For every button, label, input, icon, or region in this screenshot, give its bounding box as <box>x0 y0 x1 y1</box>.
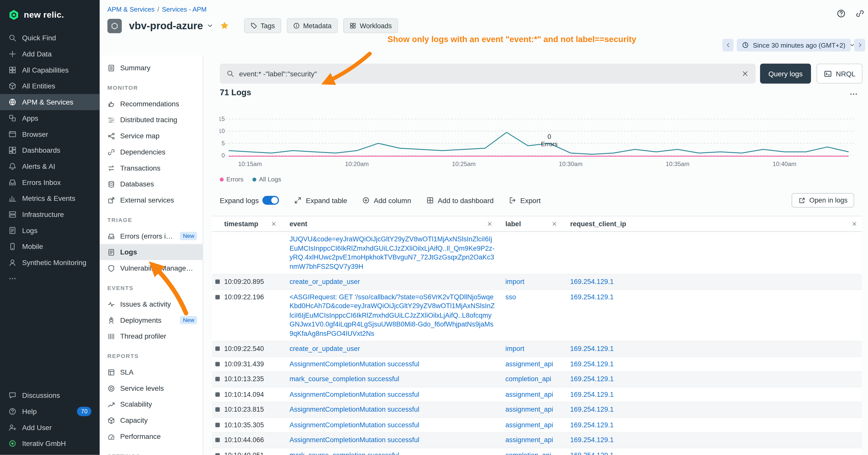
remove-column-request-client-ip-icon[interactable] <box>851 221 858 227</box>
legend-item-errors[interactable]: Errors <box>220 176 244 183</box>
query-logs-button[interactable]: Query logs <box>760 64 811 84</box>
log-table-row[interactable]: 10:09:31.439AssignmentCompletionMutation… <box>212 357 862 372</box>
time-back-button[interactable] <box>722 39 734 52</box>
log-table-row[interactable]: 10:10:44.066AssignmentCompletionMutation… <box>212 433 862 448</box>
sidebar-footer-item-discussions[interactable]: Discussions <box>0 388 99 403</box>
row-checkbox[interactable] <box>215 347 220 351</box>
service-nav-item-sla[interactable]: SLA <box>99 364 203 380</box>
cell-label-link[interactable]: assignment_api <box>505 436 553 444</box>
remove-column-label-icon[interactable] <box>552 221 558 227</box>
row-checkbox[interactable] <box>215 437 220 442</box>
log-query-input[interactable] <box>239 69 736 78</box>
cell-request-client-ip-link[interactable]: 169.254.129.1 <box>570 451 614 455</box>
sidebar-item-errors-inbox[interactable]: Errors Inbox <box>0 174 99 191</box>
cell-label-link[interactable]: assignment_api <box>505 405 553 414</box>
sidebar-item-apps[interactable]: Apps <box>0 110 99 126</box>
service-nav-item-issues-activity[interactable]: Issues & activity <box>99 296 203 312</box>
cell-label-link[interactable]: import <box>505 345 524 353</box>
row-checkbox[interactable] <box>215 377 220 382</box>
export-button[interactable]: Export <box>508 196 540 204</box>
service-nav-item-service-levels[interactable]: Service levels <box>99 380 203 396</box>
remove-column-event-icon[interactable] <box>487 221 493 227</box>
sidebar-item-quick-find[interactable]: Quick Find <box>0 30 99 46</box>
cell-request-client-ip-link[interactable]: 169.254.129.1 <box>570 405 614 414</box>
sidebar-footer-item-iterativ-gmbh[interactable]: Iterativ GmbH <box>0 435 99 452</box>
cell-request-client-ip-link[interactable]: 169.254.129.1 <box>570 278 614 286</box>
cell-label-link[interactable]: assignment_api <box>505 360 553 368</box>
add-to-dashboard-button[interactable]: Add to dashboard <box>426 196 494 204</box>
log-table-row[interactable]: 10:10:13.235mark_course_completion succe… <box>212 372 862 387</box>
service-nav-item-errors-errors-inb[interactable]: Errors (errors inb...New <box>99 228 203 244</box>
entity-switcher-caret-icon[interactable] <box>206 22 214 30</box>
log-table-row[interactable]: 10:09:20.895create_or_update_userimport1… <box>212 274 862 290</box>
cell-request-client-ip-link[interactable]: 169.254.129.1 <box>570 421 614 428</box>
add-column-button[interactable]: Add column <box>362 196 411 204</box>
column-header-timestamp[interactable]: timestamp <box>212 217 288 231</box>
breadcrumb-link-apm-services[interactable]: APM & Services <box>107 5 155 13</box>
open-in-logs-button[interactable]: Open in logs <box>792 193 854 207</box>
cell-event-link[interactable]: JUQVU&code=eyJraWQiOiJjcGltY29yZV8wOTl1M… <box>289 235 495 270</box>
service-nav-item-distributed-tracing[interactable]: Distributed tracing <box>99 112 203 128</box>
row-checkbox[interactable] <box>215 280 220 284</box>
log-table-row[interactable]: 10:10:23.815AssignmentCompletionMutation… <box>212 402 862 418</box>
log-table-row[interactable]: 10:10:49.051mark_course_completion succe… <box>212 448 862 455</box>
sidebar-item-logs[interactable]: Logs <box>0 223 99 238</box>
sidebar-item-all-entities[interactable]: All Entities <box>0 78 99 94</box>
cell-request-client-ip-link[interactable]: 169.254.129.1 <box>570 360 614 368</box>
help-circle-button[interactable] <box>835 7 847 20</box>
cell-event-link[interactable]: AssignmentCompletionMutation successful <box>289 390 420 398</box>
cell-request-client-ip-link[interactable]: 169.254.129.1 <box>570 293 614 301</box>
sidebar-footer-item-add-user[interactable]: Add User <box>0 420 99 435</box>
logs-options-icon[interactable] <box>849 90 858 98</box>
log-table-row[interactable]: 10:10:14.094AssignmentCompletionMutation… <box>212 387 862 402</box>
sidebar-item-alerts-ai[interactable]: Alerts & AI <box>0 158 99 174</box>
time-forward-button[interactable] <box>854 39 865 52</box>
sidebar-item-browser[interactable]: Browser <box>0 126 99 142</box>
legend-item-all-logs[interactable]: All Logs <box>252 176 281 183</box>
sidebar-footer-item-help[interactable]: Help70 <box>0 403 99 420</box>
log-table-row[interactable]: 10:10:35.305AssignmentCompletionMutation… <box>212 418 862 432</box>
service-nav-item-external-services[interactable]: External services <box>99 192 203 208</box>
remove-column-timestamp-icon[interactable] <box>271 221 277 227</box>
service-nav-item-capacity[interactable]: Capacity <box>99 412 203 428</box>
service-nav-item-thread-profiler[interactable]: Thread profiler <box>99 328 203 344</box>
row-checkbox[interactable] <box>215 408 220 412</box>
log-table-row[interactable]: 10:09:22.196<ASGIRequest: GET '/sso/call… <box>212 290 862 342</box>
row-checkbox[interactable] <box>215 422 220 427</box>
metadata-button[interactable]: Metadata <box>286 18 338 33</box>
cell-request-client-ip-link[interactable]: 169.254.129.1 <box>570 345 614 353</box>
cell-request-client-ip-link[interactable]: 169.254.129.1 <box>570 436 614 444</box>
permalink-button[interactable] <box>854 7 866 20</box>
sidebar-item-apm-services[interactable]: APM & Services <box>0 94 99 110</box>
service-nav-item-vulnerability-management[interactable]: Vulnerability Management <box>99 260 203 276</box>
service-nav-item-scalability[interactable]: Scalability <box>99 396 203 413</box>
service-nav-item-dependencies[interactable]: Dependencies <box>99 144 203 160</box>
cell-label-link[interactable]: completion_api <box>505 451 551 455</box>
clear-query-icon[interactable] <box>741 70 749 77</box>
sidebar-item-dashboards[interactable]: Dashboards <box>0 142 99 158</box>
nrql-button[interactable]: NRQL <box>816 64 863 84</box>
sidebar-item-more[interactable] <box>0 270 99 287</box>
log-table-row[interactable]: JUQVU&code=eyJraWQiOiJjcGltY29yZV8wOTl1M… <box>212 232 862 274</box>
service-nav-item-transactions[interactable]: Transactions <box>99 160 203 176</box>
sidebar-item-synthetic-monitoring[interactable]: Synthetic Monitoring <box>0 255 99 270</box>
cell-event-link[interactable]: mark_course_completion successful <box>289 375 399 383</box>
row-checkbox[interactable] <box>215 295 220 299</box>
cell-label-link[interactable]: import <box>505 278 524 286</box>
row-checkbox[interactable] <box>215 392 220 396</box>
cell-event-link[interactable]: create_or_update_user <box>289 278 360 286</box>
cell-label-link[interactable]: completion_api <box>505 375 551 383</box>
service-nav-item-logs[interactable]: Logs <box>99 244 203 260</box>
cell-label-link[interactable]: assignment_api <box>505 421 553 428</box>
cell-request-client-ip-link[interactable]: 169.254.129.1 <box>570 375 614 383</box>
cell-event-link[interactable]: AssignmentCompletionMutation successful <box>289 360 420 368</box>
column-header-event[interactable]: event <box>288 217 504 231</box>
log-table-row[interactable]: 10:09:22.540create_or_update_userimport1… <box>212 342 862 357</box>
expand-logs-toggle[interactable] <box>262 196 279 205</box>
cell-label-link[interactable]: assignment_api <box>505 390 553 398</box>
cell-event-link[interactable]: AssignmentCompletionMutation successful <box>289 405 420 414</box>
service-nav-item-databases[interactable]: Databases <box>99 176 203 192</box>
service-nav-item-deployments[interactable]: DeploymentsNew <box>99 312 203 328</box>
service-nav-item-summary[interactable]: Summary <box>99 60 203 76</box>
breadcrumb-link-services-apm[interactable]: Services - APM <box>162 5 207 13</box>
